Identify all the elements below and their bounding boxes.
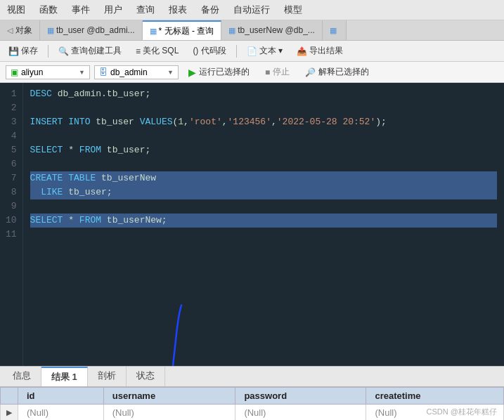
- explain-label: 解释已选择的: [318, 66, 369, 78]
- keyword-create: CREATE: [30, 171, 63, 186]
- keyword-from1: FROM: [79, 143, 101, 158]
- text-button[interactable]: 📄 文本 ▾: [243, 44, 287, 58]
- bottom-tabs: 信息 结果 1 剖析 状态: [0, 366, 504, 387]
- keyword-insert: INSERT: [30, 115, 63, 130]
- keyword-values: VALUES: [140, 115, 173, 130]
- tab-tb-usernew[interactable]: ▦ tb_userNew @db_...: [221, 20, 323, 40]
- table-icon-new: ▦: [228, 26, 235, 35]
- run-label: 运行已选择的: [199, 66, 250, 78]
- plain-10b: tb_userNew;: [101, 214, 167, 228]
- num-1: 1: [178, 115, 183, 130]
- col-username[interactable]: username: [103, 388, 235, 405]
- str-pass: '123456': [228, 115, 271, 130]
- plain-8a: [30, 185, 41, 200]
- menu-backup[interactable]: 备份: [194, 1, 226, 18]
- code-line-6: [30, 157, 497, 171]
- str-root: 'root': [189, 115, 222, 130]
- plain-3e: ,: [222, 115, 228, 130]
- export-button[interactable]: 📤 导出结果: [292, 44, 347, 58]
- plain-3a: [63, 115, 68, 130]
- plain-3b: tb_user: [90, 115, 139, 130]
- col-password[interactable]: password: [235, 388, 366, 405]
- beautify-button[interactable]: ≡ 美化 SQL: [131, 44, 183, 58]
- tab-status[interactable]: 状态: [127, 367, 165, 386]
- run-icon: ▶: [188, 67, 196, 78]
- separator-1: [48, 45, 49, 58]
- code-line-7: CREATE TABLE tb_userNew: [30, 171, 497, 185]
- watermark: CSDN @桂花年糕仔: [427, 407, 497, 417]
- save-label: 保存: [21, 45, 38, 57]
- tab-query-label: * 无标题 - 查询: [159, 25, 214, 37]
- tab-tb-user[interactable]: ▦ tb_user @db_admi...: [40, 20, 143, 40]
- server-name: aliyun: [21, 67, 43, 77]
- menu-autorun[interactable]: 自动运行: [226, 1, 277, 18]
- tab-result1[interactable]: 结果 1: [41, 367, 88, 386]
- editor-area[interactable]: 1 2 3 4 5 6 7 8 9 10 11 DESC db_adm: [0, 83, 504, 366]
- menu-view[interactable]: 视图: [0, 1, 32, 18]
- toolbar: 💾 保存 🔍 查询创建工具 ≡ 美化 SQL () 代码段 📄 文本 ▾ 📤 导…: [0, 41, 504, 62]
- stop-button[interactable]: ■ 停止: [259, 65, 295, 79]
- menu-functions[interactable]: 函数: [32, 1, 65, 18]
- save-icon: 💾: [8, 46, 19, 56]
- plain-5a: *: [63, 143, 79, 158]
- tab-nav-icon: ◁: [7, 26, 13, 35]
- plain-3c: (: [172, 115, 178, 130]
- keyword: DESC: [30, 87, 52, 102]
- server-icon: ▣: [11, 67, 18, 77]
- run-button[interactable]: ▶ 运行已选择的: [183, 65, 255, 79]
- editor-wrapper: 1 2 3 4 5 6 7 8 9 10 11 DESC db_adm: [0, 83, 504, 366]
- tab-bar: ◁ 对象 ▦ tb_user @db_admi... ▦ * 无标题 - 查询 …: [0, 20, 504, 41]
- table-icon-query: ▦: [150, 27, 157, 36]
- query-build-button[interactable]: 🔍 查询创建工具: [54, 44, 126, 58]
- server-select[interactable]: ▣ aliyun ▼: [6, 65, 90, 79]
- result-area: id username password createtime ▶ (Null)…: [0, 387, 504, 420]
- query-build-icon: 🔍: [58, 46, 69, 56]
- plain-7b: tb_userNew: [96, 171, 156, 186]
- tab-tb-user-label: tb_user @db_admi...: [56, 25, 135, 35]
- code-line-8: LIKE tb_user;: [30, 185, 497, 199]
- tab-info[interactable]: 信息: [3, 367, 41, 386]
- code-line-2: [30, 101, 497, 115]
- cell-username: (Null): [103, 405, 235, 421]
- tab-analyze[interactable]: 剖析: [88, 367, 127, 386]
- tab-extra[interactable]: ▦: [323, 20, 347, 40]
- menu-model[interactable]: 模型: [277, 1, 309, 18]
- menu-query[interactable]: 查询: [129, 1, 162, 18]
- connection-bar: ▣ aliyun ▼ 🗄 db_admin ▼ ▶ 运行已选择的 ■ 停止 🔎 …: [0, 62, 504, 83]
- cell-id: (Null): [18, 405, 104, 421]
- menu-reports[interactable]: 报表: [162, 1, 194, 18]
- code-line-1: DESC db_admin.tb_user;: [30, 87, 497, 101]
- keyword-select1: SELECT: [30, 143, 63, 158]
- text-icon: 📄: [247, 46, 257, 56]
- code-content: DESC db_admin.tb_user; INSERT INTO tb_us…: [23, 83, 504, 366]
- stop-label: 停止: [273, 66, 290, 78]
- col-indicator: [1, 388, 18, 405]
- menu-events[interactable]: 事件: [65, 1, 97, 18]
- code-line-3: INSERT INTO tb_user VALUES ( 1 , 'root' …: [30, 115, 497, 129]
- plain-3d: ,: [183, 115, 189, 130]
- plain-text: db_admin.tb_user;: [52, 87, 150, 102]
- menu-users[interactable]: 用户: [97, 1, 129, 18]
- str-date: '2022-05-28 20:52': [277, 115, 375, 130]
- tab-tb-usernew-label: tb_userNew @db_...: [238, 25, 315, 35]
- database-select[interactable]: 🗄 db_admin ▼: [94, 65, 179, 79]
- cell-password: (Null): [235, 405, 366, 421]
- code-line-5: SELECT * FROM tb_user;: [30, 143, 497, 157]
- col-id[interactable]: id: [18, 388, 104, 405]
- plain-5b: tb_user;: [101, 143, 150, 158]
- export-label: 导出结果: [309, 45, 343, 57]
- beautify-label: 美化 SQL: [143, 45, 179, 57]
- keyword-like: LIKE: [41, 185, 63, 200]
- tab-query[interactable]: ▦ * 无标题 - 查询: [143, 20, 222, 40]
- line-numbers: 1 2 3 4 5 6 7 8 9 10 11: [0, 83, 23, 366]
- code-snippet-button[interactable]: () 代码段: [188, 44, 230, 58]
- save-button[interactable]: 💾 保存: [4, 44, 42, 58]
- editor-lines: 1 2 3 4 5 6 7 8 9 10 11 DESC db_adm: [0, 83, 504, 366]
- row-indicator: ▶: [1, 405, 18, 421]
- col-createtime[interactable]: createtime: [366, 388, 504, 405]
- tab-objects[interactable]: ◁ 对象: [0, 20, 40, 40]
- separator-2: [236, 45, 237, 58]
- db-icon: 🗄: [99, 67, 108, 77]
- explain-button[interactable]: 🔎 解释已选择的: [299, 65, 375, 79]
- stop-icon: ■: [265, 67, 270, 77]
